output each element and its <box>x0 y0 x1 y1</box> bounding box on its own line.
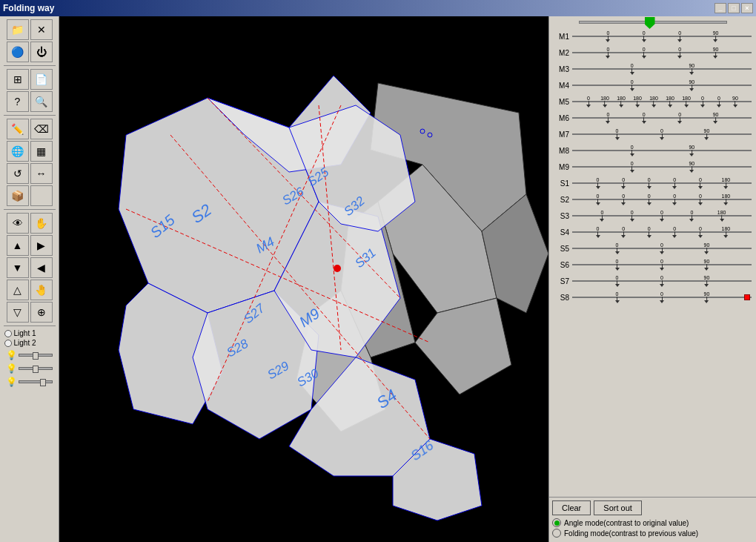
tool-box[interactable]: 📦 <box>7 185 29 206</box>
top-slider-track[interactable] <box>579 21 727 24</box>
tool-zoom-in[interactable]: △ <box>7 280 29 300</box>
open-button[interactable]: 📁 <box>7 19 29 40</box>
param-row-m4: M4090 <box>552 77 753 93</box>
param-sliders-m2[interactable]: 00090 <box>572 46 752 59</box>
param-label-s4: S4 <box>554 228 572 237</box>
param-sliders-s7[interactable]: 0090 <box>572 274 752 288</box>
tick-s6-2: 90 <box>704 259 710 271</box>
param-label-m5: M5 <box>554 98 572 106</box>
light2-label: Light 2 <box>4 339 55 347</box>
param-row-m7: M70090 <box>552 126 753 142</box>
tool-help[interactable]: ? <box>7 91 29 112</box>
tick-m5-5: 180 <box>666 96 674 108</box>
tool-search[interactable]: 🔍 <box>30 91 53 112</box>
param-sliders-s4[interactable]: 00000180 <box>572 225 752 239</box>
divider1 <box>4 65 56 66</box>
param-sliders-s8[interactable]: 0090 <box>572 291 752 304</box>
param-sliders-s1[interactable]: 00000180 <box>572 176 752 190</box>
tool-rotate[interactable]: ↺ <box>7 163 29 184</box>
tool-eye[interactable]: 👁 <box>7 213 29 234</box>
param-row-m9: M9090 <box>552 159 753 175</box>
tick-m7-2: 90 <box>704 128 710 140</box>
param-sliders-m8[interactable]: 090 <box>572 144 752 157</box>
clear-button[interactable]: Clear <box>552 500 591 515</box>
param-sliders-m6[interactable]: 00090 <box>572 111 752 125</box>
param-sliders-m1[interactable]: 00090 <box>572 30 752 43</box>
tick-m7-0: 0 <box>615 128 620 140</box>
tick-m7-1: 0 <box>660 128 664 140</box>
tick-s8-2: 90 <box>704 291 710 303</box>
param-label-s8: S8 <box>554 294 572 302</box>
slider-rows-container: M100090M200090M3090M4090M501801801801801… <box>549 25 756 497</box>
param-label-m8: M8 <box>554 147 572 155</box>
param-row-m1: M100090 <box>552 28 753 44</box>
tick-m6-2: 0 <box>677 112 682 124</box>
restore-button[interactable]: □ <box>728 3 740 13</box>
tool-down[interactable]: ▼ <box>7 257 29 278</box>
param-sliders-m5[interactable]: 01801801801801801800090 <box>572 95 752 108</box>
tick-m5-2: 180 <box>617 96 626 108</box>
tool-up[interactable]: ▲ <box>7 235 29 256</box>
tick-m5-1: 180 <box>600 96 609 108</box>
tool-doc[interactable]: 📄 <box>30 69 53 90</box>
window-title: Folding way <box>3 3 54 13</box>
tick-s2-0: 0 <box>596 194 600 205</box>
tick-m3-0: 0 <box>630 63 634 75</box>
tick-s3-4: 180 <box>717 210 726 222</box>
param-row-m2: M200090 <box>552 44 753 61</box>
tool-zoom-out[interactable]: ▽ <box>7 302 29 323</box>
red-square-s8 <box>744 294 750 300</box>
folding-mode-radio[interactable] <box>552 529 561 538</box>
param-label-s5: S5 <box>554 245 572 253</box>
divider4 <box>4 325 56 326</box>
tick-s4-4: 0 <box>698 226 703 238</box>
tool-move[interactable]: ↔ <box>30 163 53 184</box>
tick-s6-0: 0 <box>615 259 620 271</box>
minimize-button[interactable]: _ <box>714 3 726 13</box>
tick-s7-2: 90 <box>704 275 710 287</box>
param-sliders-s6[interactable]: 0090 <box>572 258 752 271</box>
param-label-s1: S1 <box>554 179 572 188</box>
param-sliders-m3[interactable]: 090 <box>572 62 752 76</box>
close-button[interactable]: × <box>741 3 753 13</box>
tick-m5-8: 0 <box>717 96 721 108</box>
top-slider-area <box>549 16 756 25</box>
param-row-s8: S80090 <box>552 289 753 305</box>
tool-power[interactable]: ⏻ <box>30 42 53 62</box>
tick-m9-1: 90 <box>689 161 694 173</box>
folding-mode-row[interactable]: Folding mode(contrast to previous value) <box>552 529 753 538</box>
close-file-button[interactable]: ✕ <box>30 19 53 40</box>
tool-zoom2[interactable]: ⊕ <box>30 302 53 323</box>
tool-left[interactable]: ◀ <box>30 257 53 278</box>
param-sliders-s2[interactable]: 00000180 <box>572 193 752 206</box>
tick-s3-1: 0 <box>630 210 634 222</box>
tick-s4-2: 0 <box>647 226 651 238</box>
tool-globe[interactable]: 🌐 <box>7 141 29 162</box>
tool-grid[interactable]: ⊞ <box>7 69 29 90</box>
tool-pen[interactable]: ✏️ <box>7 119 29 139</box>
tick-s1-5: 180 <box>722 177 731 189</box>
param-sliders-m4[interactable]: 090 <box>572 79 752 92</box>
tick-s8-1: 0 <box>660 291 664 303</box>
tool-hand2[interactable]: 🤚 <box>30 280 53 300</box>
param-sliders-m9[interactable]: 090 <box>572 160 752 173</box>
tool-right[interactable]: ▶ <box>30 235 53 256</box>
tick-s4-1: 0 <box>621 226 626 238</box>
canvas-area[interactable]: S15 S2 M4 S26 S25 S32 S31 M9 S27 S28 S29… <box>59 16 548 542</box>
sort-out-button[interactable]: Sort out <box>594 500 642 515</box>
tick-s6-1: 0 <box>660 259 664 271</box>
angle-mode-row[interactable]: Angle mode(contrast to original value) <box>552 518 753 527</box>
tool-hand[interactable]: ✋ <box>30 213 53 234</box>
angle-mode-radio[interactable] <box>552 518 561 527</box>
param-sliders-s5[interactable]: 0090 <box>572 242 752 255</box>
param-label-m6: M6 <box>554 114 572 122</box>
tool-circle[interactable]: 🔵 <box>7 42 29 62</box>
button-row: Clear Sort out <box>552 500 753 515</box>
param-row-s3: S30000180 <box>552 208 753 224</box>
tool-panel[interactable]: ▦ <box>30 141 53 162</box>
tick-m5-4: 180 <box>649 96 658 108</box>
param-sliders-s3[interactable]: 0000180 <box>572 209 752 222</box>
param-sliders-m7[interactable]: 0090 <box>572 128 752 141</box>
tick-s2-4: 0 <box>698 194 703 205</box>
tool-eraser[interactable]: ⌫ <box>30 119 53 139</box>
